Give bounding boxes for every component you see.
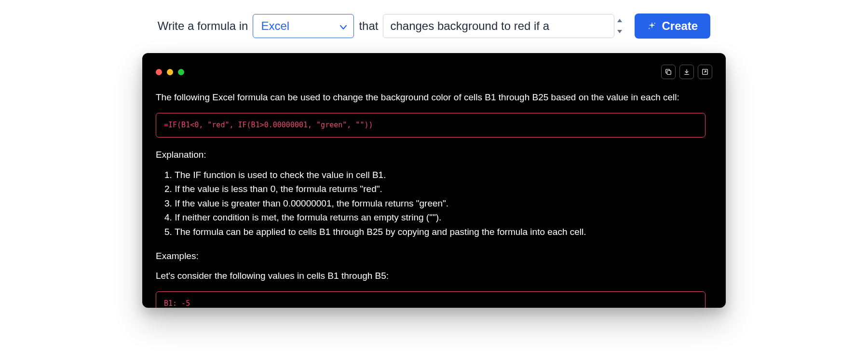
spinner-up-icon[interactable]	[617, 19, 622, 22]
expand-button[interactable]	[698, 65, 712, 79]
terminal-header	[156, 65, 712, 79]
prompt-prefix: Write a formula in	[158, 19, 248, 33]
list-item: If the value is greater than 0.00000001,…	[164, 197, 705, 210]
sparkle-icon	[647, 21, 657, 31]
platform-select-value: Excel	[261, 19, 289, 33]
explanation-label: Explanation:	[156, 148, 705, 162]
description-input[interactable]	[383, 14, 614, 38]
spinner-down-icon[interactable]	[617, 30, 622, 33]
list-item: If the value is less than 0, the formula…	[164, 182, 705, 196]
input-spinner	[617, 19, 622, 33]
terminal-body[interactable]: The following Excel formula can be used …	[156, 91, 712, 308]
traffic-lights	[156, 69, 184, 75]
traffic-light-minimize-icon	[167, 69, 173, 75]
caret-down-icon	[340, 19, 347, 33]
download-button[interactable]	[679, 65, 694, 79]
examples-label: Examples:	[156, 249, 705, 263]
platform-select[interactable]: Excel	[253, 14, 354, 38]
examples-intro: Let's consider the following values in c…	[156, 269, 705, 283]
formula-code: =IF(B1<0, "red", IF(B1>0.00000001, "gree…	[156, 113, 705, 138]
result-intro: The following Excel formula can be used …	[156, 91, 705, 104]
explanation-list: The IF function is used to check the val…	[156, 168, 705, 239]
svg-rect-0	[667, 70, 671, 74]
prompt-middle: that	[359, 19, 378, 33]
list-item: If neither condition is met, the formula…	[164, 211, 705, 224]
copy-button[interactable]	[661, 65, 676, 79]
create-button[interactable]: Create	[635, 14, 710, 39]
list-item: The IF function is used to check the val…	[164, 168, 705, 182]
prompt-row: Write a formula in Excel that	[158, 14, 710, 39]
traffic-light-close-icon	[156, 69, 162, 75]
terminal-actions	[661, 65, 712, 79]
example-values-code: B1: -5 B2: 0	[156, 291, 705, 308]
create-button-label: Create	[662, 19, 698, 33]
list-item: The formula can be applied to cells B1 t…	[164, 225, 705, 239]
traffic-light-maximize-icon	[178, 69, 184, 75]
description-input-wrap	[383, 14, 622, 38]
result-terminal: The following Excel formula can be used …	[142, 53, 726, 308]
